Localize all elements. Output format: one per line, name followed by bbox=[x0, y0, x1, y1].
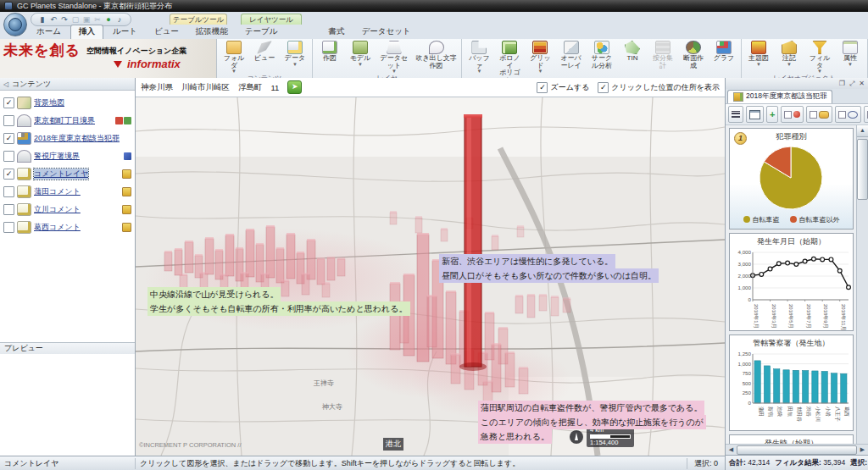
データ-button[interactable]: データ▼ bbox=[281, 40, 309, 68]
window-title: GC Planets Standalone - 東京都街頭犯罪分布 bbox=[17, 1, 172, 12]
map-annotation-1[interactable]: 新宿、渋谷エリアは慢性的に多発している。昼間人口がそもそも多い所なので件数が多い… bbox=[439, 254, 659, 283]
tab-挿入[interactable]: 挿入 bbox=[70, 25, 103, 39]
address-town[interactable]: 浮島町 bbox=[238, 82, 263, 93]
注記-button[interactable]: 注記▼ bbox=[775, 40, 804, 68]
vertical-scrollbar[interactable]: ▲ bbox=[856, 125, 868, 444]
tab-データセット[interactable]: データセット bbox=[354, 25, 419, 39]
作図-button[interactable]: 作図 bbox=[315, 40, 344, 64]
redo-icon[interactable]: ↷ bbox=[60, 15, 69, 24]
window-icon[interactable] bbox=[746, 106, 764, 123]
tab-拡張機能[interactable]: 拡張機能 bbox=[188, 25, 236, 39]
app-menu-button[interactable] bbox=[3, 13, 27, 36]
layer-item-立川コメント[interactable]: 立川コメント bbox=[2, 201, 133, 218]
layer-item-蒲田コメント[interactable]: 蒲田コメント bbox=[2, 183, 133, 201]
scroll-up-icon[interactable]: ▲ bbox=[857, 125, 868, 137]
speaker-icon[interactable]: ♪ bbox=[115, 15, 124, 24]
copy-icon[interactable]: ▣ bbox=[82, 15, 91, 24]
collapse-panel-icon[interactable]: ◁ bbox=[3, 80, 8, 88]
tab-ビュー[interactable]: ビュー bbox=[147, 25, 186, 39]
サークル分析-button[interactable]: サークル分析 bbox=[587, 40, 616, 70]
draw-icon bbox=[322, 41, 337, 54]
close-icon[interactable]: ✕ bbox=[859, 80, 865, 87]
tab-テーブル[interactable]: テーブル bbox=[237, 25, 286, 39]
record-icon[interactable]: ● bbox=[104, 15, 113, 24]
cut-icon[interactable]: ✂ bbox=[93, 15, 102, 24]
select-icon[interactable]: ▢ bbox=[71, 15, 80, 24]
layer-checkbox[interactable]: ✓ bbox=[3, 97, 14, 108]
address-prefecture[interactable]: 神奈川県 bbox=[141, 82, 173, 93]
フィルタ-button[interactable]: フィルタ▼ bbox=[805, 40, 834, 75]
save-icon[interactable]: ▮ bbox=[38, 15, 47, 24]
map-annotation-0[interactable]: 中央線沿線で山が見受けられる。学生が多くそもそも自転車の所有・利用率が高いためと… bbox=[147, 287, 410, 316]
status-bar: コメントレイヤ クリックして図形を選択、またはドラッグで移動します。Shiftキ… bbox=[0, 456, 725, 470]
toggle-comment-icon[interactable] bbox=[806, 106, 832, 123]
option-checkbox[interactable]: ✓ bbox=[537, 82, 548, 93]
layer-checkbox[interactable] bbox=[3, 151, 14, 162]
layer-checkbox[interactable] bbox=[3, 204, 14, 215]
layer-item-東京都町丁目境界[interactable]: 東京都町丁目境界 bbox=[2, 112, 133, 130]
partial-chart-card[interactable]: 発生時（始期） bbox=[729, 434, 854, 444]
layer-checkbox[interactable]: ✓ bbox=[3, 133, 14, 144]
吹き出し文字作図-button[interactable]: 吹き出し文字作図 bbox=[414, 40, 459, 70]
バッファ-button[interactable]: バッファ▼ bbox=[465, 40, 493, 75]
float-window-icon[interactable]: ❐ bbox=[839, 80, 845, 87]
主題図-button[interactable]: 主題図▼ bbox=[744, 40, 773, 68]
モデル-button[interactable]: モデル▼ bbox=[346, 40, 375, 68]
preview-section-header[interactable]: プレビュー bbox=[0, 342, 135, 354]
データセット-button[interactable]: データセット▼ bbox=[376, 40, 412, 75]
address-block[interactable]: 11 bbox=[271, 83, 280, 92]
layer-checkbox[interactable] bbox=[3, 222, 14, 233]
layer-item-2018年度東京都該当犯罪[interactable]: ✓2018年度東京都該当犯罪 bbox=[2, 130, 133, 147]
bar-chart-card[interactable]: 管轄警察署（発生地）02505007501,0001,250蒲田新宿池袋田無世田… bbox=[729, 335, 854, 431]
svg-text:池袋: 池袋 bbox=[776, 406, 782, 417]
line-chart-card[interactable]: 発生年月日（始期）01,0002,0003,0004,0002018年1月201… bbox=[729, 233, 854, 331]
layer-item-警視庁署境界[interactable]: 警視庁署境界 bbox=[2, 147, 133, 165]
map-viewport[interactable]: ©INCREMENT P CORPORATION // 4 km 1:154,4… bbox=[136, 97, 725, 456]
svg-text:250: 250 bbox=[743, 390, 752, 395]
chevron-down-icon: ▼ bbox=[787, 63, 792, 67]
place-label-神大寺: 神大寺 bbox=[322, 402, 342, 412]
svg-text:1,000: 1,000 bbox=[738, 285, 752, 290]
scroll-right-icon[interactable]: ▶ bbox=[858, 446, 867, 453]
断面作成-button[interactable]: 断面作成 bbox=[679, 40, 708, 70]
tab-2018-crime-dataset[interactable]: 2018年度東京都該当犯罪 bbox=[727, 90, 832, 103]
pin-icon[interactable]: ⤢ bbox=[849, 80, 854, 88]
address-city[interactable]: 川崎市川崎区 bbox=[181, 82, 230, 93]
toggle-point-icon[interactable] bbox=[781, 106, 804, 123]
svg-text:田無: 田無 bbox=[787, 406, 793, 417]
address-go-button[interactable]: ➤ bbox=[287, 80, 302, 94]
tab-書式[interactable]: 書式 bbox=[321, 25, 353, 39]
layer-item-コメントレイヤ[interactable]: ✓コメントレイヤ bbox=[2, 165, 133, 183]
pie-chart-card[interactable]: 犯罪種別1自転車盗自転車盗以外 bbox=[729, 128, 854, 229]
option-checkbox[interactable]: ✓ bbox=[598, 82, 609, 93]
layer-checkbox[interactable] bbox=[3, 115, 14, 126]
undo-icon[interactable]: ↶ bbox=[49, 15, 58, 24]
tab-ルート[interactable]: ルート bbox=[105, 25, 145, 39]
フォルダ-button[interactable]: フォルダ▼ bbox=[220, 40, 248, 75]
add-chart-icon[interactable]: + bbox=[766, 106, 778, 123]
属性-button[interactable]: 属性▼ bbox=[836, 40, 865, 68]
hscrollbar-thumb[interactable] bbox=[737, 445, 857, 455]
layer-checkbox[interactable]: ✓ bbox=[3, 169, 14, 180]
horizontal-scrollbar[interactable]: ◀ ▶ bbox=[726, 444, 868, 455]
ビュー-button[interactable]: ビュー bbox=[250, 40, 279, 64]
map-option-1[interactable]: ✓クリックした位置の住所を表示 bbox=[598, 82, 720, 93]
menu-icon[interactable] bbox=[728, 106, 743, 123]
toggle-chart-icon[interactable] bbox=[864, 106, 868, 123]
circle-analysis-icon bbox=[594, 41, 609, 54]
グラフ-button[interactable]: グラフ bbox=[709, 40, 738, 64]
layer-item-背景地図[interactable]: ✓背景地図 bbox=[2, 94, 133, 112]
chevron-down-icon: ▼ bbox=[392, 69, 397, 74]
scrollbar-thumb[interactable] bbox=[857, 139, 868, 200]
tab-ホーム[interactable]: ホーム bbox=[29, 25, 69, 39]
グリッド-button[interactable]: グリッド▼ bbox=[526, 40, 554, 75]
toggle-lasso-icon[interactable] bbox=[835, 106, 861, 123]
layer-checkbox[interactable] bbox=[3, 186, 14, 197]
map-option-0[interactable]: ✓ズームする bbox=[537, 82, 589, 93]
オーバーレイ-button[interactable]: オーバーレイ bbox=[556, 40, 585, 70]
overlay-icon bbox=[564, 41, 579, 54]
TIN-button[interactable]: TIN bbox=[618, 40, 647, 64]
scroll-left-icon[interactable]: ◀ bbox=[726, 446, 736, 453]
layer-item-葛西コメント[interactable]: 葛西コメント bbox=[2, 218, 133, 236]
map-annotation-2[interactable]: 蒲田駅周辺の自転車盗件数が、警視庁管内で最多である。このエリアの傾向を把握し、効… bbox=[478, 401, 706, 444]
